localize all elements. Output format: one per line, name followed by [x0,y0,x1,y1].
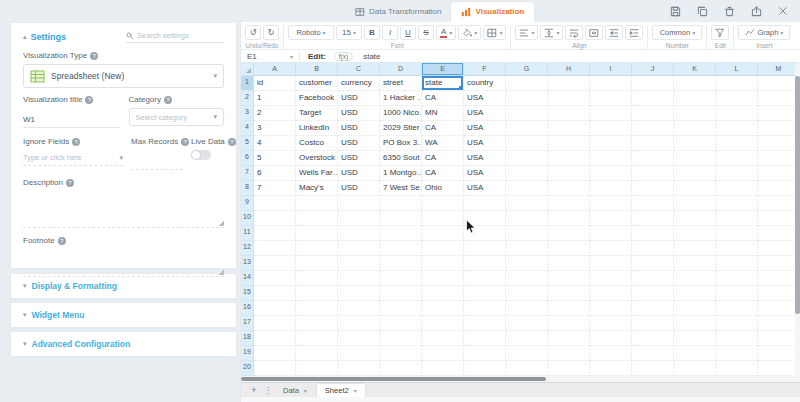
cell-B9[interactable] [296,196,338,211]
cell-reference-select[interactable]: E1 ▾ [247,52,299,61]
column-header-M[interactable]: M [758,63,800,76]
cell-J18[interactable] [632,331,674,346]
cell-H12[interactable] [548,241,590,256]
help-icon[interactable]: ? [164,96,172,104]
cell-I16[interactable] [590,301,632,316]
undo-button[interactable]: ↺ [245,25,261,40]
cell-B20[interactable] [296,361,338,376]
cell-J6[interactable] [632,151,674,166]
cell-A20[interactable] [254,361,296,376]
cell-B7[interactable]: Wells Far… [296,166,338,181]
row-header-18[interactable]: 18 [241,331,254,346]
underline-button[interactable]: U [400,25,416,40]
cell-A3[interactable]: 2 [254,106,296,121]
cell-K18[interactable] [674,331,716,346]
cell-D6[interactable]: 6350 Sout… [380,151,422,166]
cell-H18[interactable] [548,331,590,346]
cell-L10[interactable] [716,211,758,226]
redo-button[interactable]: ↻ [263,25,279,40]
cell-A13[interactable] [254,256,296,271]
collapse-icon[interactable]: ▴ [23,33,27,41]
cell-K10[interactable] [674,211,716,226]
column-header-L[interactable]: L [716,63,758,76]
cell-J13[interactable] [632,256,674,271]
cell-B10[interactable] [296,211,338,226]
row-header-4[interactable]: 4 [241,121,254,136]
cell-I3[interactable] [590,106,632,121]
cell-M6[interactable] [758,151,800,166]
section-advanced-configuration[interactable]: ▾ Advanced Configuration [10,331,237,357]
cell-B6[interactable]: Overstock [296,151,338,166]
live-data-toggle[interactable] [191,150,211,160]
cell-F9[interactable] [464,196,506,211]
cell-D12[interactable] [380,241,422,256]
cell-D1[interactable]: street [380,76,422,91]
row-header-14[interactable]: 14 [241,271,254,286]
cell-L1[interactable] [716,76,758,91]
cell-E7[interactable]: CA [422,166,464,181]
cell-M15[interactable] [758,286,800,301]
cell-E4[interactable]: CA [422,121,464,136]
cell-K2[interactable] [674,91,716,106]
cell-H1[interactable] [548,76,590,91]
cell-A19[interactable] [254,346,296,361]
cell-J15[interactable] [632,286,674,301]
cell-M8[interactable] [758,181,800,196]
cell-C11[interactable] [338,226,380,241]
cell-H13[interactable] [548,256,590,271]
cell-D3[interactable]: 1000 Nico… [380,106,422,121]
cell-A10[interactable] [254,211,296,226]
cell-E20[interactable] [422,361,464,376]
cell-H7[interactable] [548,166,590,181]
cell-I11[interactable] [590,226,632,241]
row-header-19[interactable]: 19 [241,346,254,361]
cell-E13[interactable] [422,256,464,271]
cell-C12[interactable] [338,241,380,256]
cell-C7[interactable]: USD [338,166,380,181]
sheet-tab-data[interactable]: Data ▾ [275,384,315,397]
cell-I4[interactable] [590,121,632,136]
cell-K6[interactable] [674,151,716,166]
row-header-20[interactable]: 20 [241,361,254,376]
vertical-align-button[interactable]: ▾ [540,25,563,40]
export-icon[interactable] [751,6,762,17]
cell-M1[interactable] [758,76,800,91]
column-header-J[interactable]: J [632,63,674,76]
cell-D19[interactable] [380,346,422,361]
cell-M5[interactable] [758,136,800,151]
cell-H16[interactable] [548,301,590,316]
cell-G11[interactable] [506,226,548,241]
cell-J9[interactable] [632,196,674,211]
cell-M10[interactable] [758,211,800,226]
cell-K8[interactable] [674,181,716,196]
row-header-17[interactable]: 17 [241,316,254,331]
cell-G7[interactable] [506,166,548,181]
cell-H11[interactable] [548,226,590,241]
cell-G20[interactable] [506,361,548,376]
cell-B2[interactable]: Facebook [296,91,338,106]
cell-E5[interactable]: WA [422,136,464,151]
cell-K15[interactable] [674,286,716,301]
resize-grip-icon[interactable] [218,269,224,275]
cell-K19[interactable] [674,346,716,361]
cell-J16[interactable] [632,301,674,316]
cell-I6[interactable] [590,151,632,166]
cell-K14[interactable] [674,271,716,286]
filter-button[interactable] [711,25,729,40]
cell-F14[interactable] [464,271,506,286]
cell-L7[interactable] [716,166,758,181]
cell-H4[interactable] [548,121,590,136]
indent-decrease-button[interactable] [605,25,623,40]
cell-E19[interactable] [422,346,464,361]
cell-E8[interactable]: Ohio [422,181,464,196]
cell-K11[interactable] [674,226,716,241]
cell-M4[interactable] [758,121,800,136]
cell-D2[interactable]: 1 Hacker … [380,91,422,106]
cell-F10[interactable] [464,211,506,226]
cell-E11[interactable] [422,226,464,241]
cell-A4[interactable]: 3 [254,121,296,136]
cell-F11[interactable] [464,226,506,241]
help-icon[interactable]: ? [228,138,236,146]
cell-D11[interactable] [380,226,422,241]
cell-G5[interactable] [506,136,548,151]
